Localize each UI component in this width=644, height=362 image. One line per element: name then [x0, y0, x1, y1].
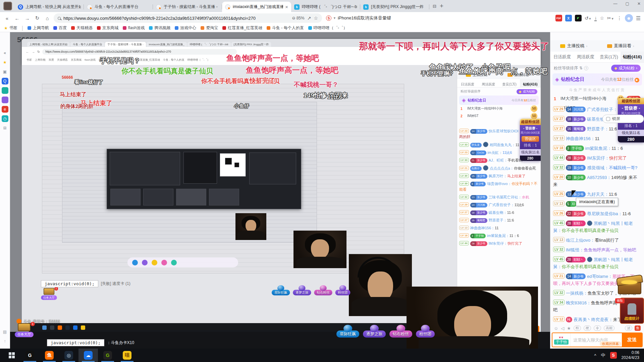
- player-badge[interactable]: 粉丝团: [335, 286, 351, 295]
- chat-tool-pill[interactable]: 梗: [584, 325, 591, 331]
- player-badge[interactable]: 星际狂飙: [272, 286, 290, 295]
- live-video-player[interactable]: 56666 –▢上网导航 - 轻快上网 从这里开始斗鱼 - 每个人的直播平台于子…: [10, 32, 550, 349]
- hot-search-text[interactable]: iPhone16或取消实体音量键: [338, 15, 391, 21]
- task-hall[interactable]: 任务大厅 1: [15, 323, 34, 337]
- rail-scroll-top-icon[interactable]: ↑: [2, 338, 8, 345]
- maximize-icon[interactable]: ▢: [626, 1, 629, 6]
- bookmark-item[interactable]: 京东商城: [97, 25, 118, 31]
- rail-favorites-star-icon[interactable]: ★: [2, 59, 8, 66]
- player-badge[interactable]: 钻石粉丝: [314, 286, 332, 295]
- fish-icon[interactable]: 鱼: [635, 325, 641, 331]
- ime-indicator[interactable]: 中: [601, 352, 605, 358]
- browser-tab[interactable]: b哔哩哔哩 ( ゜- ゜)つロ 干杯~-bili: [291, 2, 360, 12]
- chat-username[interactable]: 九好天天：: [587, 192, 609, 197]
- taskbar-app-geforce[interactable]: G: [98, 349, 117, 362]
- minimize-icon[interactable]: —: [613, 1, 618, 6]
- chat-username[interactable]: AJ、旺旺：: [489, 158, 508, 162]
- chat-username[interactable]: im兑虹：: [488, 150, 503, 155]
- rail-collapse-icon[interactable]: «: [2, 50, 8, 56]
- rail-messages-icon[interactable]: ●: [2, 87, 8, 94]
- rail-history-clock-icon[interactable]: ◷: [2, 115, 8, 122]
- chat-username[interactable]: 一抹残杨：: [566, 291, 588, 296]
- player-badge[interactable]: 钻石粉丝: [389, 326, 412, 338]
- filter-pill[interactable]: 滤: [625, 325, 632, 331]
- replay-link[interactable]: 直播回看›: [607, 43, 634, 49]
- chat-tool-pill[interactable]: 高能: [604, 325, 614, 331]
- chat-tool-icon[interactable]: ★: [567, 326, 571, 331]
- taskbar-app-logitech-ghub[interactable]: G: [20, 349, 40, 362]
- chat-username[interactable]: 尊尼获加是你ba：: [587, 211, 622, 216]
- bookmark-item[interactable]: 上网导航: [28, 25, 49, 31]
- lock-screen-popup[interactable]: 锁屏: [602, 115, 644, 123]
- kebab-menu-icon[interactable]: ⋮: [617, 15, 622, 21]
- bookmark-item[interactable]: 百度: [53, 25, 67, 31]
- bookmark-item[interactable]: ★书签: [4, 25, 17, 31]
- bookmark-item[interactable]: 哔哩哔哩（゜-゜）: [308, 25, 347, 31]
- send-button[interactable]: 发送: [622, 333, 642, 347]
- share-icon[interactable]: ↗: [307, 15, 311, 21]
- chat-username[interactable]: IM狐怪：: [566, 247, 584, 252]
- player-badge[interactable]: 逐梦之旅: [363, 326, 386, 338]
- taskbar-app-steam[interactable]: ◎: [59, 349, 78, 362]
- rail-nav-q-icon[interactable]: Q: [2, 78, 8, 84]
- taskbar-app-douyu-app[interactable]: 鱼: [40, 349, 59, 362]
- chat-tool-pill[interactable]: 令: [594, 325, 601, 331]
- download-icon[interactable]: ↓: [594, 15, 597, 21]
- player-badge[interactable]: 星际狂飙: [336, 326, 359, 338]
- screenshot-scissors-icon[interactable]: ✂▼: [607, 15, 614, 21]
- chat-username[interactable]: 广式香煎蚊子：: [587, 107, 618, 112]
- tab-diamond-fans[interactable]: 钻粉(416): [621, 52, 644, 62]
- chat-username[interactable]: 相同面鱼丸丸：: [490, 143, 516, 147]
- sidebar-toggle-icon[interactable]: «: [3, 15, 11, 21]
- saved-danmaku-tag[interactable]: 收藏的弹幕: [600, 341, 621, 347]
- chat-tool-icon[interactable]: ☺: [554, 326, 558, 331]
- rail-folder-icon[interactable]: ▣: [2, 68, 8, 75]
- translate-extension-icon[interactable]: 文: [565, 15, 572, 21]
- sogou-ime-icon[interactable]: S: [610, 352, 617, 359]
- rail-clipboard-icon[interactable]: ▤: [2, 328, 8, 335]
- rail-community-icon[interactable]: ●: [2, 97, 8, 103]
- refresh-icon[interactable]: ↻: [34, 15, 41, 21]
- profile-avatar[interactable]: ☻: [625, 14, 633, 22]
- hot-search[interactable]: S ▼ iPhone16或取消实体音量键: [326, 15, 403, 21]
- help-icon[interactable]: ?: [584, 66, 588, 70]
- player-badge[interactable]: 粉丝团: [416, 326, 435, 338]
- bookmark-star-icon[interactable]: ☆: [314, 15, 318, 21]
- windows-start-icon[interactable]: [9, 352, 15, 358]
- chat-username[interactable]: 广式香煎饺子：: [489, 203, 515, 207]
- browser-tab[interactable]: b[无畏契约] PRX Jinggg世一炸: [360, 2, 429, 12]
- chat-tool-icon[interactable]: ◁: [561, 326, 564, 331]
- chat-username[interactable]: 碳基生物：: [489, 210, 507, 215]
- chat-username[interactable]: 神曲曲神156：: [470, 226, 495, 230]
- streamer-posts-link[interactable]: 主播投稿›: [560, 43, 587, 49]
- chat-username[interactable]: IM东莞仔：: [489, 241, 507, 245]
- play-icon[interactable]: ▶: [635, 78, 639, 82]
- claim-button[interactable]: 领取: [615, 298, 625, 303]
- browser-tab[interactable]: 于子怡 - 搜索结果 - 斗鱼直播 -: [153, 2, 222, 12]
- chat-username[interactable]: ed哥blame：: [587, 274, 612, 279]
- tab-group-icon[interactable]: ⊟: [433, 4, 436, 9]
- chat-username[interactable]: 野原星子：: [587, 126, 609, 131]
- chat-username[interactable]: IM东莞仔：: [587, 156, 609, 161]
- browser-tab[interactable]: 斗鱼 - 每个人的直播平台: [84, 2, 153, 12]
- my-fan-badge[interactable]: ♥♥于子怡: [552, 333, 571, 347]
- forward-icon[interactable]: →: [23, 15, 31, 21]
- address-bar[interactable]: https://www.douyu.com/56666?dyshid=c909f…: [54, 13, 322, 23]
- chat-username[interactable]: 晚安83816：: [566, 300, 591, 305]
- chat-username[interactable]: im紫鼠鱼泥：: [585, 146, 612, 151]
- back-icon[interactable]: ←: [13, 15, 21, 21]
- tab-close-icon[interactable]: ×: [285, 5, 288, 9]
- rail-apps-grid-icon[interactable]: ⊞: [2, 125, 8, 131]
- chat-username[interactable]: 临江上仙ovo：: [566, 238, 595, 243]
- chat-username[interactable]: A8572593：: [587, 175, 611, 180]
- chat-username[interactable]: 神曲曲神156：: [566, 136, 595, 141]
- chat-username[interactable]: 感觉领域：: [587, 165, 609, 170]
- tab-weekly[interactable]: 周活跃度: [574, 52, 597, 62]
- browser-tab[interactable]: imxiaoxin直播_热门游戏直播_×: [222, 2, 291, 12]
- sort-icon[interactable]: ⇅: [579, 66, 583, 70]
- taskbar-app-browser[interactable]: ☁: [78, 349, 98, 362]
- chat-username[interactable]: 点点点点点a：: [490, 166, 514, 170]
- url-text[interactable]: https://www.douyu.com/56666?dyshid=c909f…: [63, 16, 289, 21]
- chat-username[interactable]: 枫原万叶：: [489, 174, 507, 178]
- bookmark-item[interactable]: 游戏中心: [175, 25, 196, 31]
